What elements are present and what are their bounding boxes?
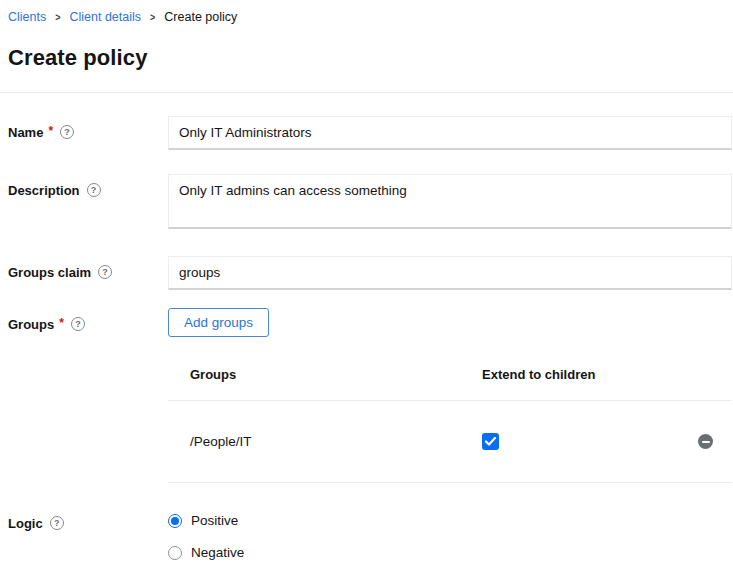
actions-column-header — [662, 359, 732, 401]
logic-help-icon[interactable]: ? — [50, 516, 64, 530]
groups-label: Groups * ? — [8, 308, 168, 483]
groups-column-header: Groups — [168, 359, 480, 401]
groups-claim-field-wrap — [168, 256, 732, 290]
name-label-text: Name — [8, 125, 43, 140]
logic-label-text: Logic — [8, 516, 43, 531]
create-policy-page: Clients > Client details > Create policy… — [0, 0, 733, 560]
breadcrumb-current-page: Create policy — [164, 10, 237, 24]
breadcrumb-separator-icon: > — [55, 11, 60, 24]
groups-table-header-row: Groups Extend to children — [168, 359, 732, 401]
logic-radio-group: Positive Negative — [168, 507, 732, 560]
groups-label-text: Groups — [8, 317, 54, 332]
group-table-row: /People/IT — [168, 401, 732, 483]
group-path-cell: /People/IT — [168, 401, 480, 483]
groups-claim-label-text: Groups claim — [8, 265, 91, 280]
logic-negative-radio[interactable]: Negative — [168, 545, 732, 560]
logic-positive-label: Positive — [191, 513, 238, 528]
groups-claim-label: Groups claim ? — [8, 256, 168, 290]
groups-row: Groups * ? Add groups Groups Extend to c… — [8, 308, 732, 483]
required-asterisk: * — [48, 125, 53, 138]
radio-selected-icon — [168, 514, 182, 528]
add-groups-button[interactable]: Add groups — [168, 308, 269, 337]
required-asterisk: * — [59, 317, 64, 330]
description-label: Description ? — [8, 174, 168, 232]
logic-row: Logic ? Positive Negative — [8, 507, 732, 560]
description-field-wrap: Only IT admins can access something — [168, 174, 732, 232]
extend-to-children-cell — [480, 401, 662, 483]
minus-circle-icon — [702, 441, 710, 443]
page-title: Create policy — [8, 45, 733, 71]
description-textarea[interactable]: Only IT admins can access something — [168, 174, 732, 229]
logic-label: Logic ? — [8, 507, 168, 560]
name-input[interactable] — [168, 116, 732, 150]
description-row: Description ? Only IT admins can access … — [8, 174, 732, 232]
logic-negative-label: Negative — [191, 545, 244, 560]
logic-positive-radio[interactable]: Positive — [168, 513, 732, 528]
name-field-wrap — [168, 116, 732, 150]
groups-help-icon[interactable]: ? — [71, 317, 85, 331]
groups-claim-input[interactable] — [168, 256, 732, 290]
extend-to-children-checkbox[interactable] — [482, 433, 499, 450]
groups-field: Add groups Groups Extend to children /Pe… — [168, 308, 732, 483]
remove-group-button[interactable] — [698, 434, 713, 449]
groups-table: Groups Extend to children /People/IT — [168, 359, 732, 483]
groups-claim-row: Groups claim ? — [8, 256, 732, 290]
create-policy-form: Name * ? Description ? Only IT admins ca… — [8, 93, 733, 560]
breadcrumb: Clients > Client details > Create policy — [8, 10, 733, 24]
name-help-icon[interactable]: ? — [60, 125, 74, 139]
name-label: Name * ? — [8, 116, 168, 150]
radio-unselected-icon — [168, 546, 182, 560]
extend-to-children-column-header: Extend to children — [480, 359, 662, 401]
name-row: Name * ? — [8, 116, 732, 150]
breadcrumb-clients-link[interactable]: Clients — [8, 10, 46, 24]
description-label-text: Description — [8, 183, 80, 198]
description-help-icon[interactable]: ? — [87, 183, 101, 197]
breadcrumb-separator-icon: > — [150, 11, 155, 24]
breadcrumb-client-details-link[interactable]: Client details — [69, 10, 141, 24]
group-row-actions-cell — [662, 401, 732, 483]
checkmark-icon — [485, 437, 496, 446]
groups-claim-help-icon[interactable]: ? — [98, 265, 112, 279]
